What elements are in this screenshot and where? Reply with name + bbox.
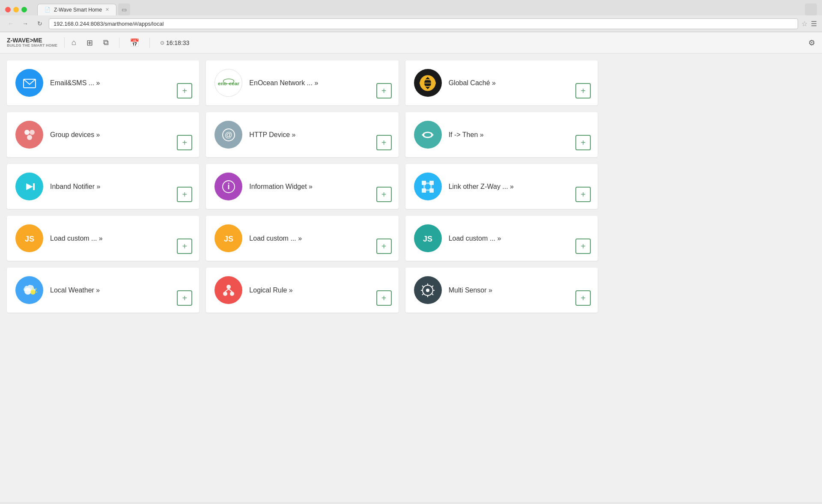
settings-button[interactable]: ⚙	[808, 38, 815, 48]
svg-text:JS: JS	[423, 235, 432, 243]
app-name-local-weather: Local Weather »	[50, 286, 100, 294]
main-content: Email&SMS ... » + enocean EnOcean Networ…	[0, 54, 822, 502]
app-card-http-device: @ HTTP Device » +	[206, 112, 398, 157]
app-icon-load-custom-3: JS	[414, 224, 442, 252]
svg-line-45	[422, 294, 423, 295]
svg-rect-14	[33, 183, 35, 190]
app-name-http-device: HTTP Device »	[249, 131, 295, 139]
active-tab[interactable]: 📄 Z-Wave Smart Home ✕	[37, 4, 116, 15]
forward-button[interactable]: →	[20, 18, 31, 29]
app-card-left: Group devices »	[15, 121, 100, 149]
add-button-load-custom-3[interactable]: +	[575, 239, 591, 254]
nav-icons: ⌂ ⊞ ⧉ 📅 ⊙ 16:18:33	[71, 38, 189, 48]
add-button-http-device[interactable]: +	[376, 135, 392, 150]
svg-text:JS: JS	[224, 235, 233, 243]
add-button-enocean[interactable]: +	[376, 83, 392, 98]
browser-chrome: 📄 Z-Wave Smart Home ✕ ▭ ← → ↻ ☆ ☰	[0, 0, 822, 32]
app-card-left: JS Load custom ... »	[15, 224, 103, 252]
tab-bar: 📄 Z-Wave Smart Home ✕ ▭	[37, 3, 130, 15]
app-card-email-sms: Email&SMS ... » +	[7, 60, 199, 105]
app-name-email-sms: Email&SMS ... »	[50, 79, 100, 87]
close-button[interactable]	[5, 7, 11, 12]
add-button-multi-sensor[interactable]: +	[575, 290, 591, 306]
app-card-load-custom-1: JS Load custom ... » +	[7, 216, 199, 261]
bookmark-icon[interactable]: ☆	[801, 20, 807, 28]
app-icon-info-widget: i	[214, 173, 242, 200]
add-button-info-widget[interactable]: +	[376, 187, 392, 202]
app-card-left: Multi Sensor »	[414, 276, 492, 304]
tab-page-icon: 📄	[45, 7, 51, 12]
app-icon-multi-sensor	[414, 276, 442, 304]
svg-point-33	[226, 285, 231, 289]
svg-line-36	[225, 289, 229, 292]
app-name-logical-rule: Logical Rule »	[249, 286, 292, 294]
add-button-inband-notifier[interactable]: +	[177, 187, 192, 202]
add-button-if-then[interactable]: +	[575, 135, 591, 150]
svg-text:i: i	[227, 182, 230, 191]
menu-icon[interactable]: ☰	[811, 20, 817, 28]
svg-rect-24	[426, 189, 430, 191]
svg-rect-17	[422, 181, 426, 185]
add-button-globalcache[interactable]: +	[575, 83, 591, 98]
svg-point-39	[426, 289, 429, 292]
app-icon-group-devices	[15, 121, 43, 149]
app-card-left: Link other Z-Way ... »	[414, 173, 514, 200]
minimize-button[interactable]	[13, 7, 19, 12]
app-icon-load-custom-2: JS	[214, 224, 242, 252]
new-tab-button[interactable]: ▭	[118, 3, 130, 15]
clock-icon: ⊙	[160, 40, 164, 46]
add-button-local-weather[interactable]: +	[177, 290, 192, 306]
svg-rect-19	[422, 188, 426, 193]
window-controls	[805, 3, 817, 15]
maximize-button[interactable]	[21, 7, 27, 12]
tab-title: Z-Wave Smart Home	[54, 7, 102, 13]
tab-close-button[interactable]: ✕	[105, 7, 109, 12]
add-button-link-zway[interactable]: +	[575, 187, 591, 202]
app-card-multi-sensor: Multi Sensor » +	[405, 268, 598, 313]
calendar-icon[interactable]: 📅	[130, 38, 139, 48]
add-button-load-custom-1[interactable]: +	[177, 239, 192, 254]
clock-time: 16:18:33	[166, 39, 190, 46]
refresh-button[interactable]: ↻	[34, 18, 45, 29]
app-icon-globalcache	[414, 69, 442, 97]
svg-line-43	[432, 294, 433, 295]
app-name-inband-notifier: Inband Notifier »	[50, 183, 100, 191]
svg-point-29	[30, 289, 36, 295]
address-input[interactable]	[49, 18, 798, 29]
svg-line-31	[36, 289, 36, 289]
svg-text:JS: JS	[24, 235, 34, 243]
svg-rect-21	[426, 182, 430, 184]
home-icon[interactable]: ⌂	[71, 38, 76, 47]
app-card-group-devices: Group devices » +	[7, 112, 199, 157]
app-icon-inband-notifier	[15, 173, 43, 200]
app-name-load-custom-3: Load custom ... »	[449, 235, 501, 242]
app-icon-link-zway	[414, 173, 442, 200]
app-card-left: Local Weather »	[15, 276, 100, 304]
add-button-email-sms[interactable]: +	[177, 83, 192, 98]
settings-icon: ⚙	[808, 39, 815, 47]
add-button-logical-rule[interactable]: +	[376, 290, 392, 306]
layers-icon[interactable]: ⧉	[103, 38, 109, 47]
back-icon: ←	[8, 20, 14, 27]
app-card-left: Inband Notifier »	[15, 173, 100, 200]
app-name-group-devices: Group devices »	[50, 131, 100, 139]
app-name-if-then: If -> Then »	[449, 131, 484, 139]
svg-marker-12	[431, 132, 434, 137]
back-button[interactable]: ←	[5, 18, 16, 29]
app-name-load-custom-2: Load custom ... »	[249, 235, 302, 242]
address-bar: ← → ↻ ☆ ☰	[0, 15, 822, 32]
window-button[interactable]	[805, 3, 817, 15]
app-card-local-weather: Local Weather » +	[7, 268, 199, 313]
app-icon-load-custom-1: JS	[15, 224, 43, 252]
app-header: Z-WAVE>ME BUILDS THE SMART HOME ⌂ ⊞ ⧉ 📅 …	[0, 32, 822, 54]
add-button-load-custom-2[interactable]: +	[376, 239, 392, 254]
svg-text:@: @	[225, 131, 232, 139]
app-name-link-zway: Link other Z-Way ... »	[449, 183, 514, 191]
grid-icon[interactable]: ⊞	[86, 38, 93, 48]
app-card-globalcache: Global Caché » +	[405, 60, 598, 105]
svg-point-8	[30, 130, 35, 135]
svg-point-9	[27, 135, 32, 140]
add-button-group-devices[interactable]: +	[177, 135, 192, 150]
app-card-enocean: enocean EnOcean Network ... » +	[206, 60, 398, 105]
svg-rect-20	[429, 188, 434, 193]
